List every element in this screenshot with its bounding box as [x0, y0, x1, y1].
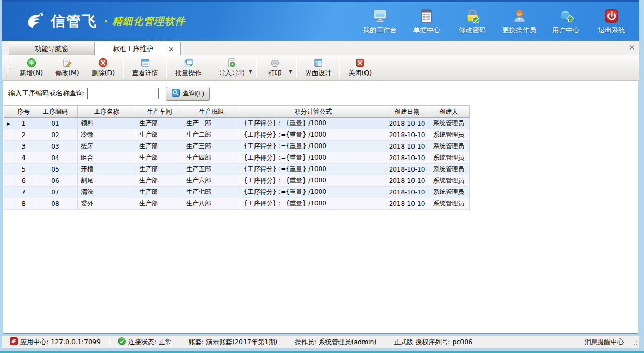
table-cell: 冷镦 — [78, 129, 136, 141]
table-row[interactable]: 505开槽生产部生产五部{工序得分} :={重量} /10002018-10-1… — [4, 164, 470, 175]
tabstrip-close-icon[interactable]: × — [628, 44, 635, 52]
query-button-label: 查询(F) — [183, 89, 205, 98]
ui-design-icon — [313, 58, 323, 68]
table-cell: 04 — [33, 152, 78, 164]
table-cell: 领料 — [78, 118, 136, 129]
table-cell: 2018-10-10 — [386, 129, 428, 141]
header-action-修改密码[interactable]: 修改密码 — [456, 7, 489, 35]
toolbar-button-导入导出[interactable]: 导入导出 — [212, 56, 251, 79]
column-header-创建日期[interactable]: 创建日期 — [386, 105, 428, 118]
table-cell: 06 — [33, 175, 78, 187]
table-cell: 1 — [14, 118, 33, 129]
toolbar-group: 批量操作 — [169, 56, 208, 79]
toolbar-button-查看详情[interactable]: 查看详情 — [126, 56, 164, 79]
password-icon — [465, 7, 480, 24]
table-row[interactable]: ▶101领料生产部生产一部{工序得分} :={重量} /10002018-10-… — [4, 118, 470, 129]
table-cell: 生产部 — [136, 187, 183, 198]
edit-icon — [62, 58, 72, 68]
table-cell: 组合 — [78, 152, 136, 164]
tab-功能导航窗[interactable]: 功能导航窗 — [9, 42, 94, 55]
header-action-更换操作员[interactable]: 更换操作员 — [502, 7, 536, 35]
table-cell: 生产部 — [136, 141, 183, 152]
status-item: 操作员: 系统管理员(admin) — [286, 338, 385, 347]
table-cell: 2 — [14, 129, 33, 141]
status-bar: 应用中心: 127.0.0.1:7099连接状态: 正常账套: 演示账套(201… — [2, 336, 639, 348]
table-cell: 开槽 — [78, 164, 136, 175]
table-row[interactable]: 202冷镦生产部生产二部{工序得分} :={重量} /10002018-10-1… — [4, 129, 470, 141]
table-cell: {工序得分} :={重量} /1000 — [240, 187, 386, 198]
column-header-生产班组[interactable]: 生产班组 — [183, 105, 240, 118]
table-cell: {工序得分} :={重量} /1000 — [240, 129, 386, 141]
workbench-icon — [372, 7, 388, 24]
table-row[interactable]: 404组合生产部生产四部{工序得分} :={重量} /10002018-10-1… — [4, 152, 470, 164]
exit-icon — [604, 7, 619, 24]
toolbar-button-label: 批量操作 — [175, 69, 201, 78]
app-center-icon — [10, 337, 18, 347]
toolbar-group: 关闭(Q) — [342, 56, 378, 79]
toolbar-button-关闭[interactable]: 关闭(Q) — [342, 56, 378, 79]
status-item-text: 操作员: 系统管理员(admin) — [295, 338, 376, 347]
toolbar-button-删除[interactable]: 删除(D) — [86, 56, 121, 79]
toolbar-button-界面设计[interactable]: 界面设计 — [299, 56, 337, 79]
table-cell: 2018-10-10 — [386, 175, 428, 187]
table-cell: 系统管理员 — [428, 198, 470, 210]
table-row[interactable]: 303搓牙生产部生产三部{工序得分} :={重量} /10002018-10-1… — [4, 141, 470, 152]
column-header-工序名称[interactable]: 工序名称 — [78, 105, 136, 118]
header-action-label: 修改密码 — [459, 26, 486, 35]
current-row-marker-icon: ▶ — [7, 121, 11, 126]
table-cell: 生产部 — [136, 129, 183, 141]
table-cell: {工序得分} :={重量} /1000 — [240, 141, 386, 152]
column-header-序号[interactable]: 序号 — [14, 105, 33, 118]
toolbar-button-label: 新增(N) — [20, 69, 43, 78]
tab-标准工序维护[interactable]: 标准工序维护× — [94, 42, 181, 55]
import-export-icon — [227, 58, 237, 68]
column-header-生产车间[interactable]: 生产车间 — [136, 105, 183, 118]
column-header-积分计算公式[interactable]: 积分计算公式 — [240, 105, 386, 118]
header-action-label: 单据中心 — [413, 26, 440, 35]
batch-icon — [184, 58, 193, 68]
toolbar-button-新增[interactable]: 新增(N) — [14, 56, 49, 79]
column-header-创建人[interactable]: 创建人 — [428, 105, 470, 118]
row-indicator-cell: ▶ — [4, 118, 14, 129]
table-row[interactable]: 707清洗生产部生产七部{工序得分} :={重量} /10002018-10-1… — [4, 187, 470, 198]
tab-strip: 功能导航窗标准工序维护×× — [2, 41, 639, 55]
query-button[interactable]: 查询(F) — [166, 87, 210, 101]
row-indicator-cell — [4, 129, 14, 141]
toolbar-group: 新增(N) — [14, 56, 49, 79]
brand-separator-dot: · — [104, 15, 108, 28]
table-cell: 7 — [14, 187, 33, 198]
close-red-icon — [355, 58, 365, 68]
resize-grip-handle[interactable] — [631, 339, 638, 346]
row-indicator-cell — [4, 198, 14, 210]
toolbar-group: 删除(D) — [86, 56, 121, 79]
table-cell: 系统管理员 — [428, 175, 470, 187]
dropdown-arrow-icon[interactable]: ▼ — [289, 62, 292, 74]
header-action-单据中心[interactable]: 单据中心 — [410, 7, 443, 35]
toolbar-button-打印[interactable]: 打印 — [259, 56, 291, 79]
tab-label: 功能导航窗 — [35, 44, 69, 54]
header-action-用户中心[interactable]: 用户中心 — [550, 7, 582, 35]
toolbar-button-修改[interactable]: 修改(M) — [49, 56, 86, 79]
header-action-退出系统[interactable]: 退出系统 — [596, 7, 628, 35]
toolbar-separator — [210, 58, 210, 78]
app-slogan: 精细化管理软件 — [112, 15, 185, 28]
toolbar-button-批量操作[interactable]: 批量操作 — [169, 56, 208, 79]
toolbar-separator — [256, 58, 257, 78]
search-input[interactable] — [87, 88, 159, 99]
tab-close-icon[interactable]: × — [167, 45, 175, 53]
header-action-我的工作台[interactable]: 我的工作台 — [363, 7, 397, 35]
toolbar-grip-handle[interactable] — [6, 59, 9, 77]
column-header-工序编码[interactable]: 工序编码 — [33, 105, 78, 118]
table-row[interactable]: 606割尾生产部生产六部{工序得分} :={重量} /10002018-10-1… — [4, 175, 470, 187]
message-center-link[interactable]: 消息提醒中心 — [575, 338, 631, 347]
operator-icon — [512, 7, 527, 24]
brand: 信管飞 · 精细化管理软件 — [23, 10, 185, 33]
table-cell: 清洗 — [78, 187, 136, 198]
table-row[interactable]: 808委外生产部生产八部{工序得分} :={重量} /10002018-10-1… — [4, 198, 470, 210]
workspace-panel: 输入工序编码或名称查询: 查询(F) 序号工序编码工序名称生产车间生产班组积分计… — [3, 81, 638, 334]
dropdown-arrow-icon[interactable]: ▼ — [249, 62, 252, 74]
table-header-row: 序号工序编码工序名称生产车间生产班组积分计算公式创建日期创建人 — [4, 105, 470, 118]
table-cell: 系统管理员 — [428, 118, 470, 129]
table-cell: 08 — [33, 198, 78, 210]
documents-icon — [419, 7, 434, 24]
